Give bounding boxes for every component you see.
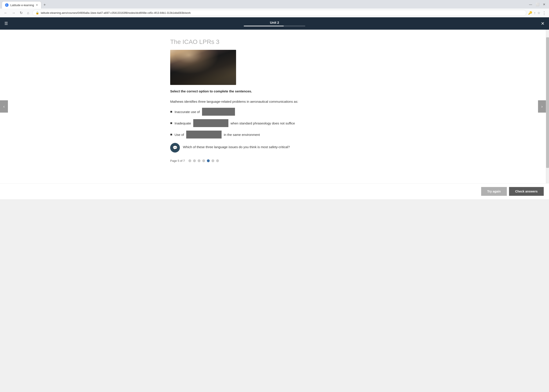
question-text: Mathews identifies three language-relate…	[170, 100, 383, 103]
dot-6	[212, 159, 214, 162]
bullet-3: ■	[170, 133, 172, 137]
dropdown-1[interactable]: language phraseology plain language	[202, 108, 235, 116]
browser-tab[interactable]: L Latitude e-learning ✕	[2, 1, 41, 8]
footer-buttons: Try again Check answers	[0, 183, 549, 199]
browser-menu-button[interactable]: ⋮	[542, 10, 546, 16]
comment-text: Which of these three language issues do …	[183, 143, 290, 149]
browser-top-bar: L Latitude e-learning ✕ + — ⬜ ✕ ← → ↻ ⌂ …	[0, 0, 549, 17]
dot-4	[202, 159, 205, 162]
prefix-2: Inadequate	[175, 121, 191, 125]
url-text: latitude-elearning.aero/courses/04906a8a…	[41, 11, 191, 14]
header-close-icon[interactable]: ✕	[541, 21, 545, 26]
bullet-2: ■	[170, 121, 172, 125]
scrollbar-thumb[interactable]	[546, 37, 549, 168]
progress-bar	[244, 26, 305, 26]
new-tab-button[interactable]: +	[41, 1, 48, 8]
dropdown-3[interactable]: different languages English multiple lan…	[186, 131, 221, 139]
instruction-text: Select the correct option to complete th…	[170, 89, 383, 93]
address-bar-row: ← → ↻ ⌂ 🔒 latitude-elearning.aero/course…	[0, 8, 549, 17]
unit-title: Unit 2	[270, 21, 279, 24]
list-item-2: ■ Inadequate plain language vocabulary c…	[170, 119, 383, 127]
page-label: Page 5 of 7	[170, 159, 185, 162]
dot-2	[193, 159, 196, 162]
nav-arrow-left[interactable]: ‹	[0, 100, 8, 112]
bullet-1: ■	[170, 110, 172, 114]
lock-icon: 🔒	[36, 11, 39, 14]
close-button[interactable]: ✕	[543, 3, 545, 6]
check-answers-button[interactable]: Check answers	[509, 187, 544, 196]
page-title: The ICAO LPRs 3	[170, 38, 383, 45]
dropdown-2[interactable]: plain language vocabulary communication	[193, 119, 228, 127]
star-icon[interactable]: ☆	[537, 11, 540, 15]
suffix-2: when standard phraseology does not suffi…	[231, 121, 295, 125]
suffix-3: in the same environment	[224, 133, 260, 137]
address-bar[interactable]: 🔒 latitude-elearning.aero/courses/04906a…	[32, 10, 526, 16]
menu-icon[interactable]: ☰	[4, 21, 8, 26]
app-header: ☰ Unit 2 ✕	[0, 17, 549, 30]
scrollbar-track[interactable]	[546, 30, 549, 183]
pagination: Page 5 of 7	[170, 159, 383, 162]
list-item-1: ■ Inaccurate use of language phraseology…	[170, 108, 383, 116]
dot-3	[198, 159, 200, 162]
progress-fill	[244, 26, 284, 26]
nav-arrow-right[interactable]: ›	[538, 100, 546, 112]
prefix-3: Use of	[175, 133, 184, 137]
back-button[interactable]: ←	[3, 10, 9, 16]
favicon-icon: L	[5, 3, 8, 7]
avatar-icon: 💬	[173, 145, 178, 150]
restore-button[interactable]: ⬜	[536, 3, 539, 6]
tab-title: Latitude e-learning	[10, 4, 34, 7]
prefix-1: Inaccurate use of	[175, 110, 200, 114]
reload-button[interactable]: ↻	[18, 10, 24, 16]
main-wrapper: ‹ The ICAO LPRs 3 Select the correct opt…	[0, 30, 549, 183]
forward-button[interactable]: →	[11, 10, 17, 16]
content-area: The ICAO LPRs 3 Select the correct optio…	[148, 30, 401, 183]
dot-1	[188, 159, 191, 162]
minimize-button[interactable]: —	[529, 3, 532, 6]
try-again-button[interactable]: Try again	[481, 187, 507, 196]
course-image	[170, 50, 236, 85]
dot-5-active	[207, 159, 210, 162]
tab-close-icon[interactable]: ✕	[36, 4, 38, 7]
key-icon[interactable]: 🔑	[528, 11, 532, 15]
browser-action-icons: 🔑 ↑ ☆	[528, 11, 541, 15]
comment-avatar: 💬	[170, 143, 180, 153]
comment-box: 💬 Which of these three language issues d…	[170, 143, 383, 153]
dot-7	[216, 159, 219, 162]
share-icon[interactable]: ↑	[534, 11, 536, 15]
list-item-3: ■ Use of different languages English mul…	[170, 131, 383, 139]
dropdown-list: ■ Inaccurate use of language phraseology…	[170, 108, 383, 139]
home-button[interactable]: ⌂	[26, 10, 30, 16]
